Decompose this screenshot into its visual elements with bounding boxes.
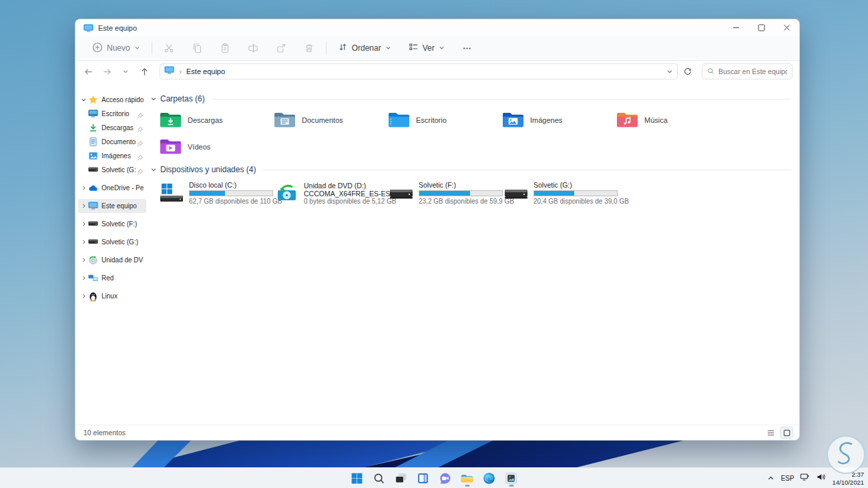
delete-button[interactable] xyxy=(299,39,319,57)
chevron-right-icon[interactable] xyxy=(81,257,87,263)
folder-documents-icon xyxy=(274,111,296,129)
drives-section-header[interactable]: Dispositivos y unidades (4) xyxy=(150,164,791,176)
drive-capacity-text: 20,4 GB disponibles de 39,0 GB xyxy=(533,198,619,205)
search-box[interactable] xyxy=(702,63,793,79)
pc-icon xyxy=(88,201,98,211)
sidebar-item-label: Imágenes xyxy=(101,152,131,160)
sidebar-item-solvetic-f-[interactable]: Solvetic (F:) xyxy=(78,217,146,231)
rename-button[interactable] xyxy=(243,39,263,57)
taskbar-edge-button[interactable] xyxy=(480,469,499,487)
sidebar-item-solvetic-g-[interactable]: Solvetic (G:) xyxy=(78,235,146,249)
view-button[interactable]: Ver xyxy=(404,39,449,57)
pictures-icon xyxy=(88,151,98,161)
folder-tile-m-sica[interactable]: Música xyxy=(616,111,730,129)
address-dropdown-button[interactable] xyxy=(666,65,673,77)
breadcrumb-item[interactable]: Este equipo xyxy=(186,67,225,75)
folder-tile-v-deos[interactable]: Vídeos xyxy=(160,138,274,156)
new-button[interactable]: Nuevo xyxy=(87,39,145,58)
plus-circle-icon xyxy=(92,42,103,55)
sidebar-item-im-genes[interactable]: Imágenes xyxy=(78,149,146,163)
network-icon[interactable] xyxy=(800,472,810,485)
cloud-icon xyxy=(88,183,98,193)
details-view-button[interactable] xyxy=(765,427,777,438)
folder-tile-documentos[interactable]: Documentos xyxy=(274,111,388,129)
widgets-icon xyxy=(416,471,430,485)
chevron-right-icon[interactable] xyxy=(81,185,87,191)
drive-tile-solvetic-g-[interactable]: Solvetic (G:)20,4 GB disponibles de 39,0… xyxy=(504,181,619,205)
drive-tile-disco-local-c-[interactable]: Disco local (C:)62,7 GB disponibles de 1… xyxy=(160,181,274,205)
sidebar-item-label: Solvetic (G:) xyxy=(101,166,136,174)
dvd-icon xyxy=(88,255,98,265)
drives-grid: Disco local (C:)62,7 GB disponibles de 1… xyxy=(160,181,791,205)
folder-name: Imágenes xyxy=(530,116,562,124)
refresh-button[interactable] xyxy=(679,63,696,79)
sidebar-item-label: Solvetic (G:) xyxy=(101,238,138,246)
sidebar-item-acceso-r-pido[interactable]: Acceso rápido xyxy=(78,93,146,107)
sort-button[interactable]: Ordenar xyxy=(333,39,396,57)
sidebar-item-unidad-de-dvd-d-[interactable]: Unidad de DVD (D:) xyxy=(78,253,146,267)
sidebar-item-label: Acceso rápido xyxy=(101,96,144,103)
hidden-icons-button[interactable] xyxy=(767,473,775,485)
sidebar-item-onedrive-personal[interactable]: OneDrive - Personal xyxy=(78,181,146,195)
chevron-right-icon[interactable] xyxy=(81,275,87,281)
chevron-right-icon[interactable] xyxy=(81,239,87,245)
chevron-right-icon[interactable] xyxy=(81,203,87,209)
file-explorer-window: Este equipo Nuevo Ordenar xyxy=(75,19,800,441)
share-button[interactable] xyxy=(271,39,291,57)
drive-tile-solvetic-f-[interactable]: Solvetic (F:)23,2 GB disponibles de 59,9… xyxy=(389,181,504,205)
breadcrumb[interactable]: Este equipo xyxy=(160,63,678,79)
more-options-button[interactable] xyxy=(457,39,477,57)
taskbar-search-button[interactable] xyxy=(370,469,389,487)
search-input[interactable] xyxy=(718,67,787,75)
cut-button[interactable] xyxy=(159,39,179,57)
taskbar: ESP 2:37 14/10/2021 xyxy=(0,467,868,488)
sidebar-item-descargas[interactable]: Descargas xyxy=(78,121,146,135)
address-bar: Este equipo xyxy=(75,61,799,82)
large-icons-view-button[interactable] xyxy=(781,427,793,438)
taskbar-icons xyxy=(0,468,868,488)
folder-downloads-icon xyxy=(160,111,182,129)
folder-tile-im-genes[interactable]: Imágenes xyxy=(502,111,616,129)
forward-button[interactable] xyxy=(98,63,116,79)
sidebar-item-linux[interactable]: Linux xyxy=(78,289,146,303)
folder-name: Documentos xyxy=(302,116,343,124)
language-indicator[interactable]: ESP xyxy=(781,475,794,482)
file-explorer-icon xyxy=(460,471,474,485)
chevron-down-icon[interactable] xyxy=(81,97,87,103)
drive-windows-icon xyxy=(160,183,184,203)
taskbar-task-view-button[interactable] xyxy=(392,469,411,487)
taskbar-photos-button[interactable] xyxy=(502,469,521,487)
back-button[interactable] xyxy=(79,63,97,79)
taskbar-start-button[interactable] xyxy=(348,469,367,487)
folder-name: Descargas xyxy=(188,116,223,124)
recent-locations-button[interactable] xyxy=(117,63,134,79)
taskbar-file-explorer-button[interactable] xyxy=(458,469,477,487)
chevron-right-icon[interactable] xyxy=(81,221,87,227)
copy-button[interactable] xyxy=(187,39,207,57)
minimize-button[interactable] xyxy=(723,19,748,36)
sidebar-item-documentos[interactable]: Documentos xyxy=(78,135,146,149)
drive-tile-unidad-de-dvd-d-[interactable]: Unidad de DVD (D:)CCCOMA_X64FRE_ES-ES_DV… xyxy=(274,181,389,205)
search-icon xyxy=(707,65,714,77)
folder-tile-descargas[interactable]: Descargas xyxy=(160,111,274,129)
paste-button[interactable] xyxy=(215,39,235,57)
folders-section-header[interactable]: Carpetas (6) xyxy=(150,93,791,105)
maximize-button[interactable] xyxy=(748,19,774,36)
chevron-right-icon[interactable] xyxy=(81,293,87,299)
toolbar-divider xyxy=(326,41,327,55)
sort-arrows-icon xyxy=(338,42,348,54)
folder-tile-escritorio[interactable]: Escritorio xyxy=(388,111,502,129)
this-pc-icon xyxy=(83,23,93,32)
taskbar-chat-button[interactable] xyxy=(436,469,455,487)
up-button[interactable] xyxy=(136,63,153,79)
taskbar-widgets-button[interactable] xyxy=(414,469,433,487)
titlebar[interactable]: Este equipo xyxy=(75,19,799,36)
sidebar-item-escritorio[interactable]: Escritorio xyxy=(78,107,146,121)
drive-dvd-icon xyxy=(274,183,298,203)
sidebar-item-solvetic-g-[interactable]: Solvetic (G:) xyxy=(78,163,146,177)
sidebar-item-este-equipo[interactable]: Este equipo xyxy=(78,199,146,213)
pin-icon xyxy=(136,166,144,174)
this-pc-icon xyxy=(164,65,174,77)
close-button[interactable] xyxy=(774,19,799,36)
sidebar-item-red[interactable]: Red xyxy=(78,271,146,285)
